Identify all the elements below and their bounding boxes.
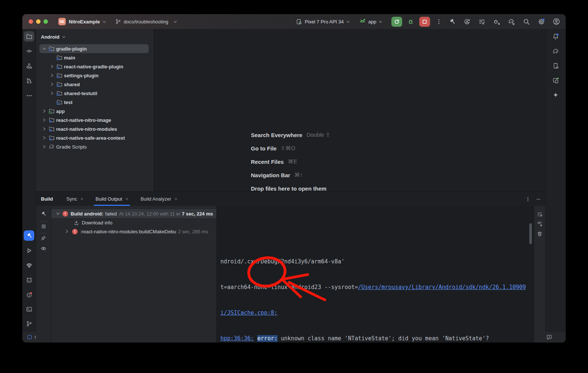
settings-icon[interactable] [537, 17, 546, 26]
chevron-collapsed-icon[interactable] [42, 136, 46, 140]
shortcut-label: Drop files here to open them [251, 185, 326, 192]
download-info-node[interactable]: Download info [51, 218, 216, 227]
chevron-collapsed-icon[interactable] [50, 73, 54, 78]
tree-item-react-native-gradle-plugin[interactable]: react-native-gradle-plugin [36, 62, 154, 71]
tree-item-shared[interactable]: shared [36, 80, 154, 89]
build-output-console[interactable]: ndroid/.cxx/Debug/2nd4i3y6/arm64-v8a' t=… [217, 206, 534, 343]
logcat-icon[interactable] [24, 275, 34, 285]
tab-build-analyzer[interactable]: Build Analyzer × [139, 192, 178, 206]
chevron-collapsed-icon[interactable] [50, 64, 54, 69]
running-devices-icon[interactable] [550, 75, 561, 85]
hide-tool-window-icon[interactable]: ─ [537, 196, 540, 202]
tree-item-gradle-plugin[interactable]: gradle-plugin [36, 44, 154, 53]
tree-item-react-native-safe-area-context[interactable]: react-native-safe-area-context [36, 133, 154, 142]
console-file-link[interactable]: /Users/mrousavy/Library/Android/sdk/ndk/… [358, 284, 526, 291]
vertical-scrollbar[interactable] [529, 223, 532, 244]
error-highlight: error: [257, 335, 277, 342]
apply-changes-icon[interactable] [462, 17, 472, 26]
chevron-collapsed-icon[interactable] [50, 82, 54, 87]
project-view-selector[interactable]: Android [36, 29, 154, 44]
minimize-window-button[interactable] [36, 19, 41, 24]
console-file-link[interactable]: hpp:36:36: [220, 335, 254, 342]
build-hammer-icon[interactable] [448, 17, 457, 26]
shortcut-keys: ⇧⌘O [281, 145, 295, 152]
pull-requests-icon[interactable] [24, 75, 34, 86]
chevron-collapsed-icon[interactable] [42, 109, 46, 113]
stop-build-icon[interactable] [40, 223, 47, 230]
chevron-collapsed-icon[interactable] [42, 127, 46, 131]
tree-item-main[interactable]: main [36, 53, 154, 62]
debug-button[interactable] [407, 18, 414, 25]
project-tool-icon[interactable] [24, 31, 34, 42]
center-column: Android gradle-plugin main [36, 29, 545, 331]
device-manager-icon[interactable] [550, 61, 561, 71]
module-folder-icon [56, 81, 62, 87]
tab-sync[interactable]: Sync × [65, 192, 85, 206]
tree-item-gradle-scripts[interactable]: Gradle Scripts [36, 142, 154, 151]
chevron-collapsed-icon[interactable] [50, 91, 54, 95]
device-selector[interactable]: Pixel 7 Pro API 34 [305, 19, 344, 25]
tree-item-react-native-nitro-modules[interactable]: react-native-nitro-modules [36, 124, 154, 133]
console-file-link[interactable]: i/JSICache.cpp:8: [220, 309, 278, 316]
event-log-icon[interactable] [546, 334, 552, 340]
close-window-button[interactable] [29, 19, 33, 24]
build-root-node[interactable]: ! Build android: failed At 14.10.24, 12:… [51, 209, 216, 218]
project-name: NitroExample [69, 19, 100, 25]
soft-wrap-icon[interactable] [536, 211, 543, 218]
close-tab-icon[interactable]: × [175, 196, 178, 202]
console-text: unknown class name 'NTativeState'; did y… [278, 335, 489, 342]
tab-build-output[interactable]: Build Output × [94, 192, 129, 206]
gradle-tool-icon[interactable] [550, 46, 561, 56]
stop-button[interactable] [419, 17, 430, 27]
clear-all-icon[interactable] [536, 230, 543, 237]
android-studio-window: NE NitroExample docs/troubleshooting Pix… [22, 14, 566, 343]
pin-tab-icon[interactable] [40, 235, 47, 241]
failed-task-node[interactable]: ! :react-native-nitro-modules:buildCMake… [51, 227, 216, 236]
shortcut-label: Recent Files [251, 159, 284, 165]
tree-item-shared-testutil[interactable]: shared-testutil [36, 89, 154, 98]
scroll-to-end-icon[interactable] [536, 221, 543, 227]
build-output-tree: ! Build android: failed At 14.10.24, 12:… [51, 206, 217, 343]
chevron-expanded-icon[interactable] [42, 46, 46, 51]
run-tool-icon[interactable] [24, 245, 34, 256]
build-tool-icon[interactable] [24, 230, 34, 241]
tree-item-test[interactable]: test [36, 98, 154, 107]
run-configuration-selector[interactable]: app [368, 19, 377, 25]
history-list-icon[interactable] [477, 17, 487, 26]
build-options-icon[interactable]: ⋮ [526, 196, 530, 202]
close-tab-icon[interactable]: × [126, 196, 129, 202]
filter-view-icon[interactable] [40, 245, 47, 252]
android-app-icon [359, 18, 366, 25]
more-actions-icon[interactable]: ⋮ [436, 18, 442, 25]
close-tab-icon[interactable]: × [80, 196, 83, 202]
tree-item-settings-plugin[interactable]: settings-plugin [36, 71, 154, 80]
version-control-icon[interactable] [24, 318, 34, 329]
rerun-button[interactable] [391, 17, 402, 27]
gradle-sync-icon[interactable] [507, 17, 516, 26]
chevron-collapsed-icon[interactable] [42, 145, 46, 149]
terminal-tool-icon[interactable] [24, 304, 34, 314]
task-duration: 2 sec, 285 ms [178, 229, 208, 234]
tree-item-react-native-nitro-image[interactable]: react-native-nitro-image [36, 116, 154, 124]
project-widget[interactable]: NE NitroExample [58, 18, 106, 25]
profile-icon[interactable] [552, 17, 561, 26]
more-tool-windows-icon[interactable] [24, 90, 34, 101]
app-quality-insights-icon[interactable] [24, 260, 34, 270]
chevron-collapsed-icon[interactable] [65, 229, 69, 234]
tree-item-app[interactable]: app [36, 107, 154, 116]
window-controls [29, 19, 48, 24]
zoom-window-button[interactable] [43, 19, 48, 24]
chevron-down-icon [346, 20, 350, 24]
attach-debugger-icon[interactable] [492, 17, 501, 26]
notifications-icon[interactable] [550, 31, 561, 42]
search-icon[interactable] [522, 17, 531, 26]
problems-tool-icon[interactable] [24, 289, 34, 300]
rerun-build-icon[interactable] [40, 211, 47, 217]
resource-manager-icon[interactable] [24, 61, 34, 71]
commit-tool-icon[interactable] [24, 46, 34, 56]
shortcut-keys: ⌘↑ [294, 172, 303, 178]
gemini-icon[interactable] [550, 90, 561, 100]
vcs-branch-widget[interactable]: docs/troubleshooting [115, 19, 177, 25]
chevron-collapsed-icon[interactable] [42, 118, 46, 122]
chevron-expanded-icon[interactable] [56, 211, 60, 216]
